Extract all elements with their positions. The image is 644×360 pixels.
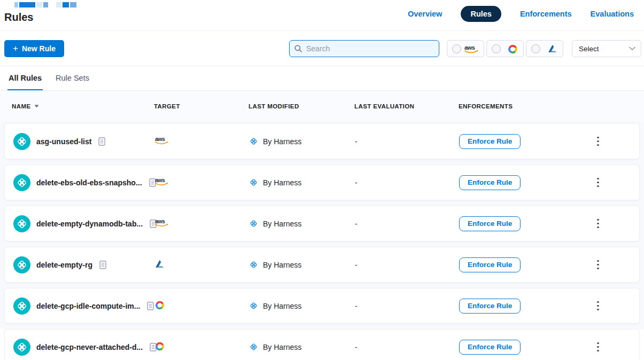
governance-rule-icon (13, 174, 30, 191)
provider-filter-azure[interactable] (526, 40, 563, 57)
enforce-rule-button[interactable]: Enforce Rule (459, 134, 521, 149)
target-cell: aws (154, 136, 249, 147)
skeleton-block (36, 2, 42, 7)
enforcements-cell: Enforce Rule (459, 340, 582, 355)
harness-diamond-icon (249, 342, 258, 351)
copy-icon[interactable] (99, 260, 107, 270)
column-last-evaluation: LAST EVALUATION (354, 103, 459, 109)
enforce-rule-button[interactable]: Enforce Rule (459, 216, 521, 231)
tab-rule-sets[interactable]: Rule Sets (55, 66, 90, 90)
filter-select[interactable]: Select (572, 40, 641, 57)
skeleton-block (70, 2, 76, 7)
target-cell (154, 300, 249, 312)
kebab-menu[interactable] (595, 176, 601, 190)
radio-azure[interactable] (531, 44, 540, 53)
table-row[interactable]: delete-gcp-never-attached-d... By Harnes… (4, 329, 640, 360)
svg-text:aws: aws (155, 177, 165, 183)
radio-aws[interactable] (452, 44, 461, 53)
rule-name: delete-ebs-old-ebs-snapsho... (36, 178, 142, 187)
last-evaluation-cell: - (355, 343, 459, 351)
column-name[interactable]: NAME (12, 103, 154, 109)
table-row[interactable]: delete-empty-rg By Harness - Enforce Rul… (4, 247, 640, 283)
skeleton-block (14, 2, 18, 7)
top-navigation: Overview Rules Enforcements Evaluations (408, 6, 634, 22)
last-modified-cell: By Harness (249, 137, 355, 146)
last-modified-cell: By Harness (249, 301, 355, 310)
nav-rules[interactable]: Rules (461, 6, 501, 22)
gcp-icon (154, 341, 165, 351)
nav-evaluations[interactable]: Evaluations (591, 6, 634, 22)
enforce-rule-button[interactable]: Enforce Rule (459, 175, 521, 190)
kebab-menu[interactable] (595, 217, 601, 231)
skeleton-block (19, 2, 35, 7)
harness-diamond-icon (249, 219, 258, 228)
enforce-rule-button[interactable]: Enforce Rule (459, 299, 521, 314)
page-header: Rules Overview Rules Enforcements Evalua… (0, 0, 644, 31)
row-actions-cell (582, 299, 639, 313)
table-header: NAME TARGET LAST MODIFIED LAST EVALUATIO… (0, 91, 644, 121)
page-title: Rules (4, 11, 33, 24)
table-row[interactable]: delete-ebs-old-ebs-snapsho... aws By Har… (4, 165, 640, 200)
column-last-modified: LAST MODIFIED (249, 103, 354, 109)
rules-list: asg-unused-list aws By Harness - Enforce… (0, 121, 644, 329)
column-name-label: NAME (12, 103, 30, 109)
gcp-logo-icon (507, 43, 518, 54)
last-modified-text: By Harness (263, 302, 301, 310)
target-cell (154, 259, 249, 271)
governance-rule-icon (13, 298, 30, 315)
rules-tabs: All Rules Rule Sets (0, 66, 644, 91)
last-evaluation-cell: - (355, 302, 459, 310)
rule-name: delete-empty-rg (36, 261, 92, 269)
last-modified-cell: By Harness (249, 178, 355, 187)
copy-icon[interactable] (98, 137, 106, 146)
enforce-rule-button[interactable]: Enforce Rule (459, 340, 521, 355)
target-cell: aws (154, 177, 249, 188)
enforcements-cell: Enforce Rule (459, 257, 582, 272)
table-row[interactable]: asg-unused-list aws By Harness - Enforce… (4, 123, 640, 159)
search-icon (294, 44, 302, 53)
svg-text:aws: aws (464, 44, 475, 51)
table-row[interactable]: delete-gcp-idle-compute-im... By Harness… (4, 288, 640, 324)
provider-filters: aws (447, 40, 563, 57)
provider-filter-aws[interactable]: aws (447, 40, 484, 57)
search-input[interactable] (305, 44, 434, 53)
last-evaluation-cell: - (355, 220, 459, 228)
skeleton-gap (49, 2, 55, 7)
last-modified-cell: By Harness (249, 342, 355, 351)
table-row[interactable]: delete-empty-dynamodb-tab... aws By Harn… (4, 206, 640, 241)
governance-rule-icon (13, 339, 30, 356)
tab-all-rules[interactable]: All Rules (7, 66, 43, 90)
governance-rule-icon (13, 133, 30, 150)
svg-text:aws: aws (155, 218, 165, 224)
kebab-menu[interactable] (595, 258, 601, 272)
nav-overview[interactable]: Overview (408, 6, 443, 22)
azure-logo-icon (547, 44, 558, 53)
row-actions-cell (582, 135, 639, 148)
harness-diamond-icon (249, 301, 258, 310)
nav-enforcements[interactable]: Enforcements (520, 6, 572, 22)
new-rule-button[interactable]: + New Rule (4, 40, 64, 57)
rule-name-cell: delete-empty-dynamodb-tab... (13, 215, 154, 232)
toolbar: + New Rule aws (0, 31, 644, 66)
kebab-menu[interactable] (595, 299, 601, 313)
rule-name-cell: asg-unused-list (13, 133, 154, 150)
row-actions-cell (582, 176, 639, 190)
filter-select-value: Select (579, 45, 599, 53)
provider-filter-gcp[interactable] (486, 40, 524, 57)
harness-diamond-icon (249, 178, 258, 187)
enforce-rule-button[interactable]: Enforce Rule (459, 257, 521, 272)
gcp-icon (154, 300, 165, 310)
rule-name: delete-gcp-never-attached-d... (36, 343, 143, 351)
column-enforcements: ENFORCEMENTS (459, 103, 644, 109)
aws-icon: aws (154, 218, 169, 227)
radio-gcp[interactable] (492, 44, 501, 53)
enforcements-cell: Enforce Rule (459, 175, 582, 190)
search-box (289, 40, 439, 57)
target-cell: aws (154, 218, 249, 229)
svg-text:aws: aws (155, 136, 165, 142)
kebab-menu[interactable] (595, 340, 601, 354)
harness-diamond-icon (249, 260, 258, 269)
last-modified-cell: By Harness (249, 219, 355, 228)
copy-icon[interactable] (146, 301, 154, 311)
kebab-menu[interactable] (595, 135, 601, 148)
